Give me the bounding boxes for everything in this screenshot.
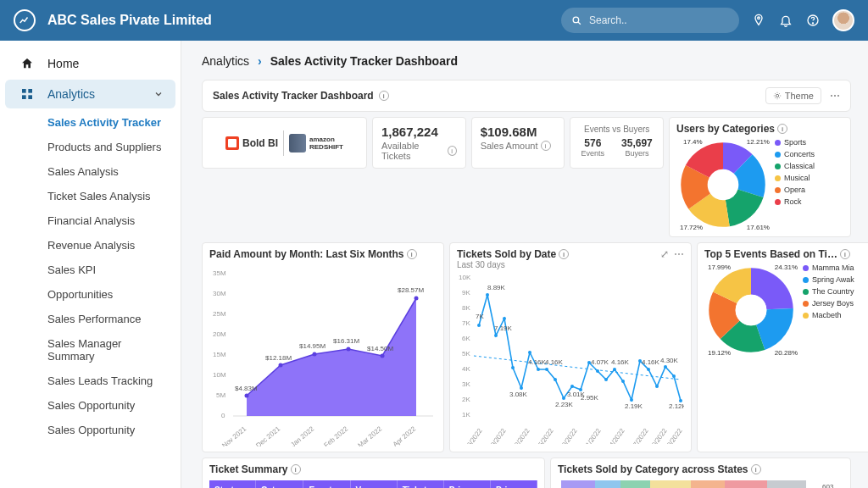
th[interactable]: Venue — [351, 480, 398, 488]
svg-rect-6 — [22, 95, 26, 99]
sidebar-sub-sales-activity-tracker[interactable]: Sales Activity Tracker — [5, 110, 175, 135]
pct-label: 20.28% — [775, 349, 798, 357]
sidebar-sub[interactable]: Sales KPI — [5, 258, 175, 282]
svg-text:$4.83M: $4.83M — [235, 385, 258, 392]
svg-text:4.07K: 4.07K — [591, 358, 609, 366]
chart-title-text: Users by Categories — [676, 123, 775, 135]
svg-text:4.16K: 4.16K — [611, 358, 630, 366]
svg-text:7.19K: 7.19K — [494, 324, 513, 332]
pct-label: 19.12% — [708, 349, 731, 357]
donut-chart[interactable]: 17.99% 24.31% 19.12% 20.28% — [704, 263, 798, 357]
info-icon[interactable]: i — [777, 124, 787, 134]
sidebar-sub[interactable]: Sales Performance — [5, 307, 175, 331]
more-icon[interactable]: ⋯ — [830, 90, 840, 102]
legend-item[interactable]: Jersey Boys — [812, 299, 854, 308]
donut-chart[interactable]: 17.4% 12.21% 17.72% 17.61% — [676, 138, 770, 231]
info-icon[interactable]: i — [840, 249, 850, 259]
legend-item[interactable]: The Country — [812, 287, 854, 296]
stacked-bar-chart[interactable]: 603 — [558, 475, 842, 488]
pin-icon[interactable] — [751, 13, 766, 28]
pct-label: 12.21% — [747, 138, 770, 146]
sidebar-item-label: Analytics — [47, 87, 95, 101]
help-icon[interactable] — [805, 13, 821, 28]
sidebar-sub[interactable]: Sales Analysis — [5, 159, 175, 184]
legend: Mamma Mia Spring Awak The Country Jersey… — [803, 263, 854, 357]
svg-text:3K: 3K — [462, 380, 470, 388]
top-events-card: Top 5 Events Based on Ti…i — [697, 242, 868, 452]
info-icon[interactable]: i — [448, 146, 457, 156]
sidebar-sub[interactable]: Sales Opportunity — [5, 418, 175, 442]
svg-text:4/25/2022: 4/25/2022 — [531, 427, 555, 444]
svg-point-57 — [511, 366, 515, 369]
svg-point-0 — [573, 17, 579, 23]
th[interactable]: Price per Ti… — [444, 480, 491, 488]
info-icon[interactable]: i — [379, 91, 389, 101]
info-icon[interactable]: i — [541, 141, 551, 151]
th[interactable]: Start Date — [209, 480, 256, 488]
legend-item[interactable]: Musical — [784, 174, 810, 182]
svg-text:8K: 8K — [462, 304, 470, 312]
svg-text:6K: 6K — [462, 335, 470, 342]
company-name: ABC Sales Pivate Limited — [47, 13, 212, 28]
search-input-wrapper[interactable] — [561, 8, 739, 33]
sidebar-item-analytics[interactable]: Analytics — [5, 80, 175, 108]
main-content: Analytics › Sales Activity Tracker Dashb… — [181, 41, 868, 488]
chart-title-text: Ticket Summary — [209, 463, 288, 475]
sidebar-sub[interactable]: Sales Manager Summary — [5, 331, 175, 369]
th[interactable]: Tickets Sold — [398, 480, 444, 488]
sidebar: Home Analytics Sales Activity Tracker Pr… — [0, 41, 181, 488]
svg-point-68 — [604, 378, 608, 381]
svg-point-27 — [313, 352, 317, 357]
sidebar-sub[interactable]: Products and Suppliers — [5, 135, 175, 159]
svg-text:Jan 2022: Jan 2022 — [289, 424, 315, 446]
theme-button[interactable]: Theme — [765, 87, 821, 104]
more-icon[interactable]: ⋯ — [674, 248, 684, 260]
legend-item[interactable]: Concerts — [784, 150, 815, 158]
sidebar-sub[interactable]: Financial Analysis — [5, 208, 175, 233]
sidebar-sub[interactable]: Revenue Analysis — [5, 233, 175, 258]
svg-text:20M: 20M — [213, 330, 226, 338]
svg-text:5K: 5K — [462, 350, 470, 358]
info-icon[interactable]: i — [559, 249, 569, 259]
sidebar-sub[interactable]: Sales Leads Tracking — [5, 369, 175, 393]
legend-item[interactable]: Macbeth — [812, 311, 842, 319]
legend-item[interactable]: Rock — [784, 197, 802, 206]
th[interactable]: Category — [256, 480, 303, 488]
bell-icon[interactable] — [778, 13, 793, 28]
sidebar-sub[interactable]: Sales Opportunity — [5, 393, 175, 418]
info-icon[interactable]: i — [407, 249, 417, 259]
legend-item[interactable]: Opera — [784, 186, 805, 194]
sidebar-item-home[interactable]: Home — [5, 49, 175, 78]
chart-title-text: Tickets Sold by Category across States — [558, 463, 748, 475]
area-chart[interactable]: 35M30M25M20M15M10M5M0 $4.83M$12.18M$14.9… — [209, 260, 437, 446]
info-icon[interactable]: i — [291, 464, 301, 474]
svg-text:Apr 2022: Apr 2022 — [392, 424, 418, 446]
legend-item[interactable]: Classical — [784, 162, 815, 170]
paid-amount-chart-card: Paid Amount by Month: Last Six Monthsi 3… — [202, 242, 444, 452]
svg-point-76 — [672, 374, 676, 378]
kpi-events-buyers: Events vs Buyers 576Events 35,697Buyers — [570, 117, 664, 169]
info-icon[interactable]: i — [751, 464, 761, 474]
svg-text:0: 0 — [221, 412, 225, 419]
svg-text:5M: 5M — [216, 391, 225, 399]
tickets-sold-chart-card: Tickets Sold by Datei Last 30 days ⤢⋯ 10… — [449, 242, 692, 452]
sidebar-sub[interactable]: Opportunities — [5, 282, 175, 307]
search-input[interactable] — [589, 14, 729, 26]
avatar[interactable] — [832, 9, 854, 31]
th[interactable]: Event — [303, 480, 350, 488]
svg-point-1 — [758, 17, 760, 19]
legend-item[interactable]: Sports — [784, 138, 806, 147]
th[interactable]: Price Paid — [491, 480, 537, 488]
legend-item[interactable]: Spring Awak — [812, 275, 854, 284]
legend-item[interactable]: Mamma Mia — [812, 263, 854, 272]
line-chart[interactable]: 10K9K8K7K6K5K4K3K2K1K 7K8.89K7.19K3.08K4… — [457, 269, 684, 444]
svg-text:4/19/2022: 4/19/2022 — [484, 427, 508, 444]
breadcrumb-analytics[interactable]: Analytics — [202, 54, 249, 68]
expand-icon[interactable]: ⤢ — [660, 248, 669, 260]
sidebar-sub[interactable]: Ticket Sales Analysis — [5, 184, 175, 208]
bar-max-label: 603 — [822, 483, 834, 488]
svg-text:2.12K: 2.12K — [669, 402, 684, 410]
pct-label: 24.31% — [775, 263, 798, 271]
redshift-logo: amazon REDSHIFT — [289, 134, 343, 152]
svg-text:9K: 9K — [462, 289, 470, 297]
